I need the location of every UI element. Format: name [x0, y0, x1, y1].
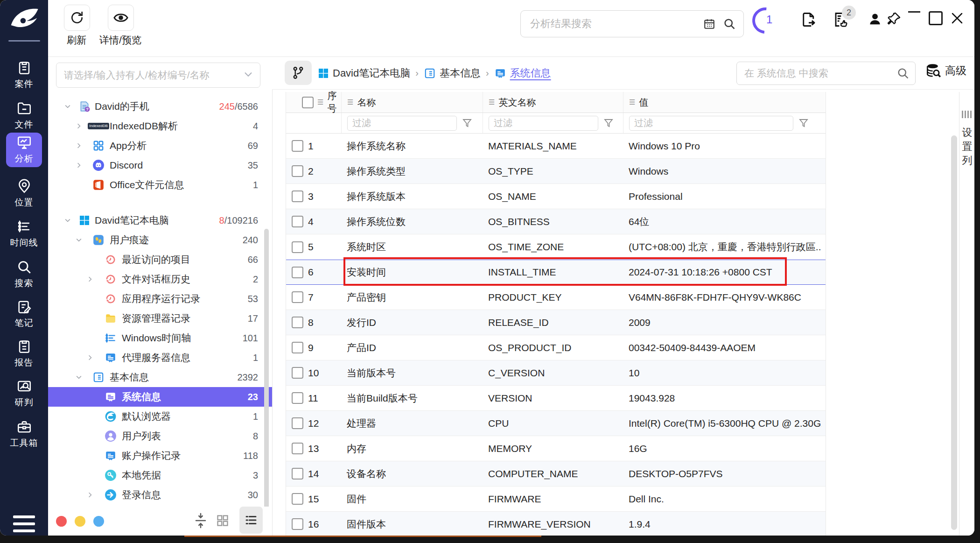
- tree-item-登录信息[interactable]: 登录信息30: [48, 485, 272, 505]
- search-submit-icon[interactable]: [723, 17, 736, 30]
- tree-item-David笔记本电脑[interactable]: David笔记本电脑8/109216: [48, 211, 272, 230]
- red-dot-filter[interactable]: [56, 516, 67, 527]
- caret-down-icon[interactable]: [64, 103, 71, 110]
- column-settings-strip[interactable]: 设置列: [959, 92, 974, 536]
- row-checkbox[interactable]: [292, 140, 303, 152]
- sidebar-item-report[interactable]: 报告: [0, 338, 48, 369]
- tree-item-用户列表[interactable]: 用户列表8: [48, 426, 272, 446]
- row-checkbox[interactable]: [292, 165, 303, 177]
- tree-item-代理服务器信息[interactable]: 代理服务器信息1: [48, 348, 272, 367]
- table-row-13[interactable]: 13内存MEMORY16G: [286, 436, 826, 461]
- breadcrumb-item-基本信息[interactable]: 基本信息: [424, 66, 481, 80]
- select-all-checkbox[interactable]: [302, 97, 314, 108]
- row-checkbox[interactable]: [292, 518, 303, 530]
- tree-graph-button[interactable]: [285, 61, 312, 85]
- table-row-9[interactable]: 9产品IDOS_PRODUCT_ID00342-50409-84439-AAOE…: [286, 335, 826, 360]
- row-checkbox[interactable]: [292, 443, 303, 454]
- funnel-icon[interactable]: [603, 118, 614, 129]
- tree-item-本地凭据[interactable]: 本地凭据3: [48, 465, 272, 485]
- sidebar-item-file[interactable]: 文件: [0, 100, 48, 131]
- tree-item-David的手机[interactable]: ?David的手机245/6586: [48, 97, 272, 116]
- sidebar-item-note[interactable]: 笔记: [0, 299, 48, 329]
- report-review-icon[interactable]: 2: [832, 11, 848, 28]
- table-row-7[interactable]: 7产品密钥PRODUCT_KEYV64MN-86F8K-FDH7F-QHY9V-…: [286, 285, 826, 310]
- funnel-icon[interactable]: [798, 118, 809, 129]
- calendar-icon[interactable]: [703, 18, 715, 30]
- advanced-search-button[interactable]: 高级: [925, 63, 966, 78]
- tree-item-账户操作记录[interactable]: 账户操作记录118: [48, 446, 272, 465]
- search-in-category-input[interactable]: 在 系统信息 中搜索: [736, 62, 916, 85]
- export-icon[interactable]: [800, 11, 817, 28]
- sidebar-item-timeline[interactable]: 时间线: [0, 219, 48, 249]
- tree-item-Office文件元信息[interactable]: Office文件元信息1: [48, 175, 272, 195]
- caret-right-icon[interactable]: [75, 122, 83, 130]
- filter-input[interactable]: 过滤: [347, 116, 457, 131]
- table-row-16[interactable]: 16固件版本FIRMWARE_VERSION1.9.4: [286, 512, 826, 536]
- sidebar-item-judge[interactable]: 研判: [0, 378, 48, 409]
- tree-item-IndexedDB解析[interactable]: IndexedDBIndexedDB解析4: [48, 116, 272, 136]
- row-checkbox[interactable]: [292, 493, 303, 505]
- filter-input[interactable]: 过滤: [629, 116, 793, 131]
- table-row-15[interactable]: 15固件FIRMWAREDell Inc.: [286, 487, 826, 512]
- caret-down-icon[interactable]: [75, 236, 83, 244]
- row-checkbox[interactable]: [292, 216, 303, 227]
- row-checkbox[interactable]: [292, 267, 303, 278]
- filter-input[interactable]: 过滤: [489, 116, 598, 131]
- tree-item-App分析[interactable]: App分析69: [48, 136, 272, 155]
- funnel-icon[interactable]: [462, 118, 473, 129]
- row-checkbox[interactable]: [292, 317, 303, 328]
- collapse-all-icon[interactable]: [194, 512, 208, 529]
- table-scrollbar[interactable]: [951, 135, 957, 530]
- sidebar-item-case[interactable]: 案件: [0, 60, 48, 90]
- table-row-3[interactable]: 3操作系统版本OS_NAMEProfessional: [286, 184, 826, 209]
- table-row-2[interactable]: 2操作系统类型OS_TYPEWindows: [286, 159, 826, 184]
- tree-scrollbar[interactable]: [264, 229, 269, 509]
- caret-down-icon[interactable]: [64, 217, 71, 224]
- tree-item-Windows时间轴[interactable]: Windows时间轴101: [48, 328, 272, 348]
- table-row-4[interactable]: 4操作系统位数OS_BITNESS64位: [286, 209, 826, 234]
- caret-down-icon[interactable]: [75, 374, 83, 381]
- holder-select-input[interactable]: 请选择/输入持有人/检材编号/名称: [56, 63, 260, 88]
- menu-hamburger-icon[interactable]: [13, 515, 35, 532]
- caret-right-icon[interactable]: [86, 275, 94, 283]
- table-row-8[interactable]: 8发行IDRELEASE_ID2009: [286, 310, 826, 335]
- blue-dot-filter[interactable]: [93, 516, 104, 527]
- tree-item-默认浏览器[interactable]: 默认浏览器1: [48, 407, 272, 426]
- row-checkbox[interactable]: [292, 417, 303, 429]
- yellow-dot-filter[interactable]: [75, 516, 85, 527]
- caret-right-icon[interactable]: [75, 142, 83, 149]
- minimize-button[interactable]: [908, 11, 920, 13]
- close-button[interactable]: [950, 11, 964, 25]
- row-checkbox[interactable]: [292, 190, 303, 202]
- caret-right-icon[interactable]: [75, 162, 83, 169]
- sidebar-item-analysis[interactable]: 分析: [0, 134, 48, 165]
- row-checkbox[interactable]: [292, 241, 303, 253]
- tree-item-用户痕迹[interactable]: 用户痕迹240: [48, 230, 272, 250]
- user-account-icon[interactable]: [867, 11, 883, 27]
- tree-item-文件对话框历史[interactable]: 文件对话框历史2: [48, 269, 272, 289]
- sidebar-item-toolbox[interactable]: 工具箱: [0, 419, 48, 449]
- tree-item-基本信息[interactable]: 基本信息2392: [48, 367, 272, 387]
- sidebar-item-location[interactable]: 位置: [0, 178, 48, 209]
- tree-item-应用程序运行记录[interactable]: 应用程序运行记录53: [48, 289, 272, 309]
- table-row-14[interactable]: 14设备名称COMPUTER_NAMEDESKTOP-O5P7FVS: [286, 461, 826, 487]
- table-row-12[interactable]: 12处理器CPUIntel(R) Core(TM) i5-6300HQ CPU …: [286, 411, 826, 436]
- row-checkbox[interactable]: [292, 367, 303, 379]
- caret-right-icon[interactable]: [86, 354, 94, 361]
- row-checkbox[interactable]: [292, 291, 303, 303]
- tree-item-资源管理器记录[interactable]: 资源管理器记录17: [48, 309, 272, 328]
- row-checkbox[interactable]: [292, 342, 303, 353]
- sidebar-item-search[interactable]: 搜索: [0, 259, 48, 289]
- task-progress-spinner[interactable]: 1: [752, 7, 778, 34]
- refresh-button[interactable]: [64, 5, 90, 31]
- tree-item-Discord[interactable]: Discord35: [48, 155, 272, 175]
- table-row-6[interactable]: 6安装时间INSTALL_TIME2024-07-31 10:18:26 +08…: [286, 260, 826, 285]
- tree-item-最近访问的项目[interactable]: 最近访问的项目66: [48, 250, 272, 269]
- table-row-5[interactable]: 5系统时区OS_TIME_ZONE(UTC+08:00) 北京，重慶，香港特別行…: [286, 234, 826, 260]
- grid-view-icon[interactable]: [216, 514, 229, 527]
- table-row-1[interactable]: 1操作系统名称MATERIALS_NAMEWindows 10 Pro: [286, 134, 826, 159]
- analysis-result-search-input[interactable]: 分析结果搜索: [520, 10, 744, 37]
- search-icon[interactable]: [896, 67, 910, 80]
- maximize-button[interactable]: [929, 11, 943, 25]
- pin-icon[interactable]: [887, 11, 902, 26]
